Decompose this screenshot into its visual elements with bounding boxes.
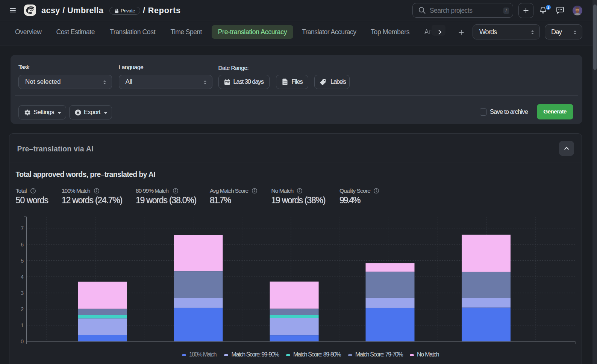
svg-text:2: 2 [21,306,24,312]
svg-text:7: 7 [21,225,24,231]
svg-text:6: 6 [21,242,24,248]
svg-text:3: 3 [21,290,24,296]
svg-text:5: 5 [21,258,24,264]
svg-text:0: 0 [21,338,24,344]
svg-text:4: 4 [21,274,24,280]
svg-text:1: 1 [21,322,24,328]
